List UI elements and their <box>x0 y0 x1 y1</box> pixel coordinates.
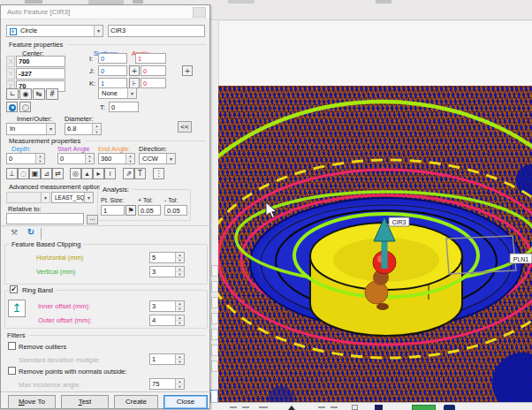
text-tool-icon[interactable]: T <box>134 168 146 179</box>
flip-vector-button[interactable]: + <box>129 65 140 76</box>
diameter-spinner[interactable]: 6.8 ▴▾ <box>65 123 102 135</box>
measure-mode-toggle-on[interactable] <box>6 102 18 112</box>
angle-j-input[interactable]: 0 <box>141 65 166 76</box>
test-button[interactable]: Test <box>61 395 109 409</box>
vertical-clipping-spinner[interactable]: 3 ▴▾ <box>149 266 185 277</box>
plus-tol-input[interactable]: 0.05 <box>138 205 161 216</box>
remove-outliers-checkbox[interactable] <box>8 342 16 350</box>
measure-mode-toggle-off[interactable] <box>19 102 31 112</box>
target-icon[interactable]: ◎ <box>70 168 81 179</box>
angle-i-input[interactable]: 1 <box>135 53 166 64</box>
grid-pattern-icon[interactable]: # <box>46 88 58 100</box>
spin-down-icon[interactable]: ▾ <box>176 272 184 277</box>
dialog-title-bar[interactable]: Auto Feature [CIR3] <box>1 5 209 19</box>
side-toolbar-button[interactable] <box>211 281 218 292</box>
probe-sphere-icon[interactable]: ◉ <box>19 88 32 100</box>
relative-to-label: Relative to: <box>8 205 42 213</box>
inner-outer-label: Inner/Outer: <box>17 115 52 123</box>
create-button[interactable]: Create <box>114 395 158 409</box>
spin-down-icon[interactable]: ▾ <box>176 258 184 262</box>
side-toolbar-button[interactable] <box>211 361 218 372</box>
std-dev-label: Standard deviation multiple: <box>19 356 101 364</box>
spin-down-icon[interactable]: ▾ <box>176 321 184 325</box>
inner-offset-spinner[interactable]: 3 ▴▾ <box>149 300 185 312</box>
side-toolbar-button[interactable] <box>211 313 218 324</box>
ring-band-direction-button[interactable]: ↥ <box>8 300 26 317</box>
tab-rescan[interactable]: ↻ <box>23 227 39 240</box>
vector-arrow-icon[interactable]: ⇗ <box>123 168 134 179</box>
direction-dropdown[interactable]: CCW ▾ <box>139 153 176 164</box>
graphics-viewport[interactable]: CIR3 PLN1 <box>218 86 532 402</box>
circle-feature-label[interactable]: CIR3 <box>389 217 409 226</box>
angle-scan-icon[interactable]: ⊿ <box>41 168 52 179</box>
snap-corner-icon[interactable]: ∟ <box>6 88 19 100</box>
tab-construction[interactable]: ⚒ <box>6 228 22 241</box>
peak-icon[interactable]: ▴ <box>81 168 93 179</box>
feature-type-value: Circle <box>20 27 37 35</box>
algorithm-dropdown[interactable]: LEAST_SQR ▾ <box>51 192 94 203</box>
end-angle-spinner[interactable]: 360 ▴▾ <box>98 153 135 164</box>
pt-size-input[interactable]: 1 <box>101 205 125 216</box>
ring-band-title: Ring Band <box>19 286 56 294</box>
max-incidence-value: 75 <box>152 380 159 389</box>
diameter-label: Diameter: <box>65 115 94 123</box>
collapse-button[interactable]: << <box>178 121 192 133</box>
relative-to-input[interactable] <box>6 213 84 224</box>
graphics-canvas-margin <box>218 21 532 86</box>
center-y-input[interactable]: -327 <box>16 68 65 80</box>
close-button[interactable]: Close <box>163 395 208 409</box>
minus-tol-input[interactable]: 0.05 <box>164 205 187 216</box>
side-toolbar-button[interactable] <box>211 265 218 277</box>
wave-icon[interactable]: ≀ <box>104 168 116 179</box>
perpendicular-icon[interactable]: ⟂ <box>6 168 18 179</box>
horizontal-clipping-value: 5 <box>152 254 156 262</box>
surface-i-input[interactable]: 0 <box>98 53 127 64</box>
surface-j-input[interactable]: 0 <box>98 65 127 76</box>
swap-path-icon[interactable]: ⇄ <box>52 168 64 179</box>
auto-feature-dialog: Auto Feature [CIR3] Circle ▾ CIR3 Featur… <box>0 4 210 409</box>
outer-offset-spinner[interactable]: 4 ▴▾ <box>149 315 185 326</box>
plane-feature-label[interactable]: PLN1 <box>510 254 532 263</box>
feature-type-dropdown[interactable]: Circle ▾ <box>6 25 103 37</box>
feature-name-input[interactable]: CIR3 <box>108 25 205 37</box>
spin-down-icon[interactable]: ▾ <box>36 159 44 163</box>
depth-label: Depth: <box>11 145 31 153</box>
play-icon[interactable]: ▸ <box>93 168 104 179</box>
spin-down-icon[interactable]: ▾ <box>126 159 134 163</box>
x-axis-button[interactable]: X <box>6 56 15 67</box>
dots-icon[interactable]: ⋮ <box>153 168 164 179</box>
status-bar-item <box>288 406 295 410</box>
gray-ring-icon <box>22 104 29 111</box>
t-input[interactable]: 0 <box>109 102 139 112</box>
remove-normals-checkbox[interactable] <box>8 367 16 375</box>
center-x-input[interactable]: 700 <box>16 56 65 67</box>
y-axis-button[interactable]: Y <box>6 68 15 80</box>
start-angle-spinner[interactable]: 0 ▴▾ <box>57 153 95 164</box>
direction-label: Direction: <box>139 145 167 153</box>
box-scan-icon[interactable]: ▣ <box>29 168 41 179</box>
side-toolbar-button[interactable] <box>211 297 218 308</box>
span-width-icon[interactable]: ↹ <box>33 88 45 100</box>
move-to-button[interactable]: Move To <box>8 395 56 409</box>
inner-outer-dropdown[interactable]: In ▾ <box>6 123 56 135</box>
browse-button[interactable]: ... <box>87 215 98 224</box>
angle-k-input[interactable]: 0 <box>141 78 166 88</box>
pin-marker-icon[interactable]: ⚑ <box>125 205 136 216</box>
spin-down-icon[interactable]: ▾ <box>86 159 94 163</box>
title-bar-button[interactable] <box>193 7 206 18</box>
ring-band-checkbox[interactable]: ✔ <box>10 285 18 293</box>
depth-spinner[interactable]: 0 ▴▾ <box>6 153 45 164</box>
flip-angle-button[interactable]: + <box>182 65 193 76</box>
surface-mode-dropdown[interactable]: None ▾ <box>98 87 137 99</box>
horizontal-clipping-spinner[interactable]: 5 ▴▾ <box>149 252 185 263</box>
spin-down-icon[interactable]: ▾ <box>93 130 101 135</box>
chevron-down-icon: ▾ <box>84 193 93 202</box>
side-toolbar-button[interactable] <box>211 345 218 356</box>
section-filters: Filters <box>4 331 27 339</box>
circle-path-icon[interactable]: ◌ <box>18 168 29 179</box>
j-label: J: <box>89 67 95 75</box>
footer-divider <box>1 391 211 392</box>
surface-mode-value: None <box>102 89 118 98</box>
side-toolbar-button[interactable] <box>211 329 218 340</box>
spin-down-icon[interactable]: ▾ <box>176 307 184 311</box>
